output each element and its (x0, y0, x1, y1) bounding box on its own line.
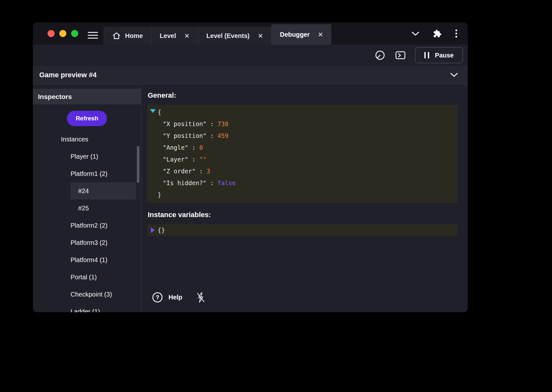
general-json-lines: {"X position" : 738"Y position" : 459"An… (147, 106, 457, 201)
sidebar-scrollbar[interactable] (137, 146, 139, 183)
chevron-down-icon[interactable] (411, 31, 420, 36)
inspector-item-label: Platform1 (2) (71, 170, 108, 177)
chevron-down-icon[interactable] (450, 72, 458, 77)
close-tab-icon[interactable]: ✕ (318, 31, 323, 38)
extensions-puzzle-icon[interactable] (433, 29, 442, 38)
tab-label: Level (Events) (206, 32, 250, 40)
inspector-item-label: Platform2 (2) (71, 222, 108, 229)
tab-strip: HomeLevel✕Level (Events)✕Debugger✕ (104, 22, 331, 45)
inspector-item-label: Instances (61, 136, 88, 143)
general-section-title: General: (148, 91, 457, 100)
pause-button[interactable]: Pause (415, 47, 463, 63)
maximize-window-button[interactable] (71, 30, 78, 37)
tab-debugger[interactable]: Debugger✕ (272, 24, 331, 45)
tab-level-events[interactable]: Level (Events)✕ (198, 27, 272, 45)
close-tab-icon[interactable]: ✕ (184, 32, 190, 40)
traffic-lights (48, 30, 78, 37)
desktop-background: HomeLevel✕Level (Events)✕Debugger✕ (0, 0, 552, 392)
flash-off-icon[interactable] (196, 292, 206, 303)
instance-variables-tree: {} (147, 224, 457, 236)
inspector-item-player-1[interactable]: Player (1) (33, 148, 141, 165)
inspector-item-label: Platform3 (2) (71, 239, 108, 246)
json-line: } (147, 189, 457, 201)
pause-button-label: Pause (435, 52, 454, 59)
json-token-boolean: false (218, 179, 236, 186)
inspector-item-platform4-1[interactable]: Platform4 (1) (33, 251, 141, 268)
json-token-plain: : (206, 179, 217, 186)
titlebar: HomeLevel✕Level (Events)✕Debugger✕ (33, 22, 468, 45)
json-token-plain: : (188, 144, 199, 151)
json-line: { (147, 106, 457, 118)
json-token-number: 459 (218, 132, 228, 139)
inspector-item-platform3-2[interactable]: Platform3 (2) (33, 234, 141, 251)
inspectors-list: InstancesPlayer (1)Platform1 (2)#24#25Pl… (33, 131, 141, 312)
instance-variables-value: {} (147, 225, 457, 235)
tab-level[interactable]: Level✕ (152, 27, 198, 45)
inspector-item-ladder-1[interactable]: Ladder (1) (33, 303, 141, 312)
inspector-item-label: Player (1) (71, 153, 98, 160)
inspector-item-label: Portal (1) (71, 274, 97, 281)
json-token-key: "Is hidden?" (163, 179, 206, 186)
inspector-item-label: #24 (78, 187, 89, 195)
debugger-toolbar: Pause (33, 45, 468, 66)
tab-home[interactable]: Home (104, 27, 152, 45)
inspectors-sidebar: Inspectors Refresh InstancesPlayer (1)Pl… (33, 84, 141, 312)
content: Inspectors Refresh InstancesPlayer (1)Pl… (33, 84, 468, 312)
console-icon[interactable] (395, 50, 406, 60)
home-icon (112, 32, 121, 40)
inspector-item-checkpoint-3[interactable]: Checkpoint (3) (33, 286, 141, 303)
hamburger-menu-icon[interactable] (88, 32, 98, 39)
refresh-wrap: Refresh (33, 104, 141, 131)
json-token-key: "X position" (163, 120, 206, 127)
profiler-gauge-icon[interactable] (374, 49, 386, 61)
json-token-plain: : (206, 120, 217, 127)
tab-label: Debugger (280, 31, 310, 38)
minimize-window-button[interactable] (59, 30, 66, 37)
help-circle-icon[interactable]: ? (152, 291, 163, 303)
inspector-item-#25[interactable]: #25 (33, 200, 141, 217)
json-line: "X position" : 738 (147, 118, 457, 130)
help-row: ? Help (147, 291, 457, 308)
inspector-item-platform1-2[interactable]: Platform1 (2) (33, 165, 141, 182)
kebab-menu-icon[interactable] (455, 29, 458, 38)
tab-label: Level (160, 32, 176, 40)
close-window-button[interactable] (48, 30, 55, 37)
collapse-triangle-icon[interactable] (150, 109, 156, 113)
json-token-key: "Z order" (163, 168, 196, 175)
instance-variables-title: Instance variables: (148, 211, 457, 219)
json-token-plain: : (206, 132, 217, 139)
json-token-plain: } (158, 191, 161, 198)
inspector-item-label: Checkpoint (3) (71, 291, 112, 298)
json-line: "Angle" : 0 (147, 142, 457, 154)
refresh-button[interactable]: Refresh (67, 111, 107, 126)
json-line: "Layer" : "" (147, 154, 457, 165)
expand-triangle-icon[interactable] (151, 227, 155, 233)
inspector-item-#24[interactable]: #24 (71, 182, 136, 200)
svg-text:?: ? (156, 294, 159, 301)
json-token-key: "Y position" (163, 132, 206, 139)
general-json-tree: {"X position" : 738"Y position" : 459"An… (147, 105, 457, 203)
json-token-string: "" (199, 156, 206, 163)
app-window: HomeLevel✕Level (Events)✕Debugger✕ (33, 22, 468, 312)
close-tab-icon[interactable]: ✕ (258, 32, 263, 40)
json-token-number: 0 (199, 144, 203, 151)
titlebar-right (411, 22, 458, 45)
help-label[interactable]: Help (168, 294, 182, 301)
inspector-item-label: #25 (78, 205, 89, 212)
json-token-plain: : (196, 168, 206, 175)
inspector-item-label: Platform4 (1) (71, 256, 108, 264)
inspector-item-portal-1[interactable]: Portal (1) (33, 268, 141, 286)
inspector-item-platform2-2[interactable]: Platform2 (2) (33, 217, 141, 234)
preview-header[interactable]: Game preview #4 (33, 66, 468, 84)
tab-label: Home (125, 32, 143, 40)
json-line: "Z order" : 3 (147, 165, 457, 177)
inspectors-header: Inspectors (33, 89, 141, 104)
json-token-number: 738 (218, 120, 228, 127)
preview-title: Game preview #4 (39, 71, 97, 79)
inspector-item-instances[interactable]: Instances (33, 131, 141, 148)
json-line: "Y position" : 459 (147, 130, 457, 142)
json-token-key: "Angle" (163, 144, 188, 151)
pause-icon (424, 52, 429, 58)
json-token-key: "Layer" (163, 156, 188, 163)
json-token-plain: { (158, 109, 161, 116)
